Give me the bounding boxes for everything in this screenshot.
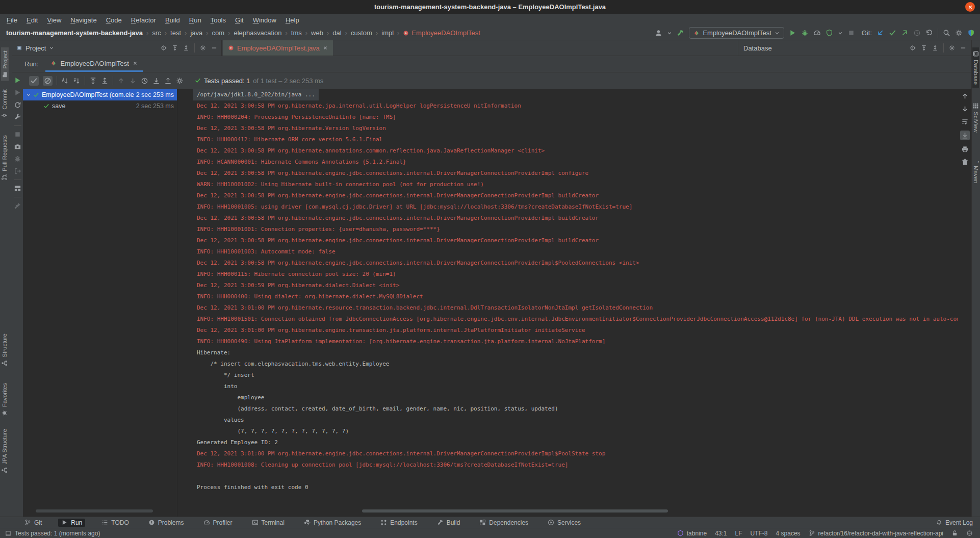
tool-window-button-services[interactable]: Services (545, 519, 584, 527)
tool-window-button-pull-requests[interactable]: Pull Requests (1, 135, 8, 181)
chevron-down-icon[interactable] (26, 92, 31, 97)
layout-button[interactable] (14, 185, 21, 192)
menu-build[interactable]: Build (161, 16, 185, 24)
print-button[interactable] (961, 145, 969, 153)
hide-button[interactable] (960, 45, 966, 51)
git-push-button[interactable] (901, 29, 909, 37)
menu-help[interactable]: Help (281, 16, 304, 24)
run-button[interactable] (789, 29, 796, 37)
tool-window-button-sciview[interactable]: SciView (972, 103, 979, 133)
tool-window-button-git[interactable]: Git (21, 519, 45, 527)
rerun-failed-button[interactable] (14, 89, 21, 96)
stop-button[interactable] (14, 131, 21, 138)
tool-window-button-project[interactable]: Project (1, 47, 9, 81)
menu-file[interactable]: File (2, 16, 22, 24)
status-widget-utf-8[interactable]: UTF-8 (751, 530, 768, 537)
locate-button[interactable] (161, 45, 167, 51)
toolwindows-icon[interactable] (5, 530, 11, 536)
status-widget-ide-settings-icon[interactable] (966, 530, 973, 536)
expand-all-button[interactable] (921, 45, 927, 51)
code-with-me-button[interactable] (967, 29, 975, 37)
breadcrumb-item[interactable]: elephasvacation (234, 29, 281, 37)
collapse-all-button[interactable] (183, 45, 189, 51)
breadcrumb-item[interactable]: impl (381, 29, 394, 37)
expand-all-button[interactable] (89, 77, 97, 85)
status-widget-tabnine[interactable]: tabnine (677, 530, 707, 537)
menu-refactor[interactable]: Refactor (126, 16, 161, 24)
breadcrumb-item[interactable]: custom (351, 29, 372, 37)
close-icon[interactable] (323, 45, 328, 50)
console-hscrollbar[interactable] (362, 509, 668, 513)
tool-window-button-run[interactable]: Run (58, 519, 85, 527)
git-update-button[interactable] (876, 29, 884, 37)
menu-run[interactable]: Run (185, 16, 206, 24)
breadcrumb-item[interactable]: dal (332, 29, 341, 37)
collapse-all-button[interactable] (101, 77, 109, 85)
clear-all-button[interactable] (961, 158, 969, 166)
menu-navigate[interactable]: Navigate (66, 16, 101, 24)
dropdown-button[interactable] (667, 31, 672, 36)
locate-button[interactable] (910, 45, 916, 51)
rerun-button[interactable] (14, 76, 21, 84)
next-occurrence-button[interactable] (961, 105, 969, 113)
tool-window-button-jpa-structure[interactable]: JPA Structure (1, 429, 8, 473)
database-panel-header[interactable]: Database (738, 40, 971, 56)
thread-dump-button[interactable] (14, 143, 21, 150)
run-tab[interactable]: EmployeeDAOImplTest (45, 56, 142, 72)
test-options-button[interactable] (176, 77, 184, 85)
git-history-button[interactable] (913, 29, 921, 37)
close-icon[interactable] (965, 2, 975, 12)
tool-window-button-commit[interactable]: Commit (1, 89, 8, 119)
test-tree-row[interactable]: EmployeeDAOImplTest (com.elephasva2 sec … (23, 89, 177, 100)
status-message[interactable]: Tests passed: 1 (moments ago) (5, 530, 100, 537)
breadcrumb-item[interactable]: tourism-management-system-backend-java (6, 29, 143, 37)
menu-git[interactable]: Git (230, 16, 248, 24)
show-ignored-button[interactable] (43, 76, 53, 86)
run-configuration-select[interactable]: EmployeeDAOImplTest (689, 27, 784, 39)
sort-duration-button[interactable] (73, 77, 81, 85)
export-tests-button[interactable] (164, 77, 172, 85)
auto-test-button[interactable] (14, 101, 21, 109)
menu-tools[interactable]: Tools (206, 16, 230, 24)
project-panel-header[interactable]: Project (12, 40, 222, 56)
status-widget-refactor-16-refactor-dal[interactable]: refactor/16/refactor-dal-with-java-refle… (809, 530, 943, 537)
collapse-all-button[interactable] (932, 45, 938, 51)
hide-button[interactable] (211, 45, 217, 51)
import-tests-button[interactable] (152, 77, 160, 85)
attach-debug-button[interactable] (14, 155, 21, 163)
tool-window-button-todo[interactable]: TODO (98, 519, 132, 527)
expand-all-button[interactable] (172, 45, 178, 51)
menu-code[interactable]: Code (101, 16, 126, 24)
debug-button[interactable] (801, 29, 809, 37)
status-widget-4-spaces[interactable]: 4 spaces (776, 530, 801, 537)
profiler-button[interactable] (813, 29, 821, 37)
breadcrumb-item[interactable]: web (311, 29, 323, 37)
menu-window[interactable]: Window (248, 16, 281, 24)
show-passed-button[interactable] (29, 76, 39, 86)
settings-button[interactable] (200, 45, 206, 51)
prev-occurrence-button[interactable] (961, 92, 969, 100)
detach-button[interactable] (14, 167, 21, 175)
breadcrumb-item[interactable]: tms (291, 29, 302, 37)
prev-failed-button[interactable] (117, 77, 125, 85)
breadcrumb-item[interactable]: com (212, 29, 225, 37)
search-button[interactable] (943, 29, 950, 37)
tool-window-button-python-packages[interactable]: Python Packages (301, 519, 364, 527)
git-commit-button[interactable] (889, 29, 896, 37)
breadcrumb-item[interactable]: src (152, 29, 161, 37)
test-history-button[interactable] (141, 77, 148, 85)
settings-button[interactable] (949, 45, 955, 51)
build-hammer-button[interactable] (677, 29, 684, 37)
soft-wrap-button[interactable] (961, 118, 969, 125)
test-tree-row[interactable]: save2 sec 253 ms (23, 100, 177, 112)
status-widget-lock-icon[interactable] (951, 530, 958, 536)
editor-tab[interactable]: EmployeeDAOImplTest.java (223, 40, 333, 56)
pin-button[interactable] (14, 202, 21, 210)
breadcrumb-item[interactable]: java (190, 29, 202, 37)
status-widget-lf[interactable]: LF (735, 530, 742, 537)
tool-window-button-database[interactable]: Database (972, 47, 979, 88)
tool-window-button-endpoints[interactable]: Endpoints (377, 519, 420, 527)
menu-edit[interactable]: Edit (22, 16, 42, 24)
tool-window-button-structure[interactable]: Structure (1, 334, 8, 367)
breadcrumb-current[interactable]: EmployeeDAOImplTest (403, 29, 480, 37)
